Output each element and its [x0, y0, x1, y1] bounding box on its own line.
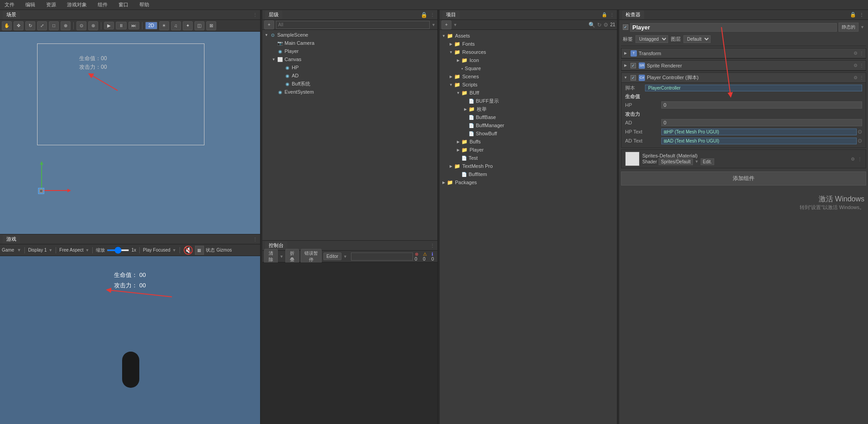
hierarchy-item-player[interactable]: ◉ Player	[262, 47, 437, 55]
static-dropdown[interactable]: ▼	[860, 25, 864, 29]
object-active-checkbox[interactable]: ✓	[623, 24, 628, 30]
tag-select[interactable]: Untagged	[636, 35, 668, 43]
ad-text-select[interactable]: ⊙	[858, 138, 862, 144]
lighting-btn[interactable]: ☀	[159, 21, 169, 30]
hierarchy-item-maincamera[interactable]: 📷 Main Camera	[262, 39, 437, 47]
hierarchy-item-canvas[interactable]: ▼ ⬜ Canvas	[262, 55, 437, 63]
move-tool-btn[interactable]: ✥	[14, 21, 24, 30]
menu-edit[interactable]: 编辑	[23, 1, 38, 8]
sr-settings[interactable]: ⚙	[854, 63, 858, 68]
hierarchy-item-hp[interactable]: ◉ HP	[262, 63, 437, 71]
menu-file[interactable]: 文件	[2, 1, 17, 8]
sr-active[interactable]: ✓	[631, 63, 636, 68]
proj-showbuff[interactable]: 📄 ShowBuff	[440, 129, 617, 138]
shader-dropdown[interactable]: ▼	[695, 159, 699, 164]
transform-expand[interactable]: ▶	[623, 51, 628, 56]
gizmos-scene-btn[interactable]: ⊠	[206, 21, 216, 30]
display-arrow[interactable]: ▼	[48, 248, 52, 252]
game-dropdown-arrow[interactable]: ▼	[17, 248, 21, 252]
game-panel-menu[interactable]: ⋮	[253, 237, 257, 242]
pc-expand[interactable]: ▼	[623, 76, 628, 80]
material-dots[interactable]: ⋮	[858, 157, 862, 162]
add-component-button[interactable]: 添加组件	[621, 172, 866, 186]
proj-scripts[interactable]: ▼ 📁 Scripts	[440, 81, 617, 89]
proj-buffbase[interactable]: 📄 BuffBase	[440, 113, 617, 121]
hp-text-select[interactable]: ⊙	[858, 129, 862, 135]
inspector-tab[interactable]: 检查器	[622, 10, 644, 19]
hierarchy-lock[interactable]: 🔒	[421, 12, 427, 18]
project-settings-icon[interactable]: ⚙	[603, 22, 608, 28]
mute-btn[interactable]: 🔇	[183, 245, 193, 255]
sprite-renderer-header[interactable]: ▶ ✓ SR Sprite Renderer ⚙ ⋮	[621, 61, 866, 71]
layer-select[interactable]: Default	[683, 35, 711, 43]
play-btn[interactable]: ▶	[104, 22, 114, 29]
editor-dropdown[interactable]: ▼	[343, 254, 347, 259]
scene-tab[interactable]: 场景	[3, 10, 20, 19]
proj-packages[interactable]: ▶ 📁 Packages	[440, 178, 617, 186]
inspector-lock[interactable]: 🔒	[850, 12, 856, 18]
hierarchy-item-eventsystem[interactable]: ◉ EventSystem	[262, 88, 437, 96]
hierarchy-tab[interactable]: 层级	[265, 10, 282, 19]
proj-test[interactable]: 📄 Test	[440, 154, 617, 162]
inspector-menu[interactable]: ⋮	[858, 11, 865, 19]
error-pause-btn[interactable]: 错误暂停	[301, 249, 322, 264]
script-ref[interactable]: PlayerController	[645, 85, 862, 91]
menu-help[interactable]: 帮助	[137, 1, 152, 8]
play-mode-arrow[interactable]: ▼	[172, 248, 176, 252]
proj-textmesh[interactable]: ▶ 📁 TextMesh Pro	[440, 162, 617, 170]
expand-arrow[interactable]: ▼	[271, 57, 276, 62]
project-refresh-icon[interactable]: ↻	[597, 22, 602, 28]
project-lock[interactable]: 🔒	[602, 12, 607, 17]
game-tab[interactable]: 游戏	[3, 235, 20, 243]
hierarchy-menu[interactable]: ⋮	[430, 12, 435, 17]
console-panel-menu[interactable]: ⋮	[430, 243, 435, 248]
shader-value[interactable]: Sprites/Default	[659, 158, 693, 165]
scale-tool-btn[interactable]: ⤢	[37, 21, 47, 30]
expand-arrow[interactable]: ▼	[264, 33, 269, 37]
console-search[interactable]	[351, 252, 413, 261]
pc-header[interactable]: ▼ ✓ C# Player Controller (脚本) ⚙ ⋮	[621, 73, 866, 83]
fx-btn[interactable]: ✦	[183, 21, 193, 30]
proj-buff[interactable]: ▼ 📁 BUff	[440, 89, 617, 97]
project-tab[interactable]: 项目	[442, 10, 460, 19]
scale-slider[interactable]	[107, 249, 129, 251]
scene-content[interactable]: 生命值：00 攻击力：00	[0, 32, 260, 234]
menu-assets[interactable]: 资源	[43, 1, 59, 8]
collapse-btn[interactable]: 折叠	[285, 249, 299, 264]
global-btn[interactable]: ⊛	[88, 21, 98, 30]
clear-btn[interactable]: 清除	[264, 249, 278, 264]
console-content[interactable]	[262, 262, 437, 424]
transform-settings[interactable]: ⚙	[854, 51, 858, 56]
material-settings[interactable]: ⚙	[851, 157, 855, 162]
project-add-arrow[interactable]: ▼	[453, 23, 457, 27]
pc-active[interactable]: ✓	[631, 75, 636, 81]
pause-btn[interactable]: ⏸	[116, 22, 127, 29]
rotate-tool-btn[interactable]: ↻	[25, 21, 35, 30]
menu-gameobject[interactable]: 游戏对象	[64, 1, 90, 8]
hierarchy-search-arrow[interactable]: ▼	[432, 23, 436, 27]
sr-expand[interactable]: ▶	[623, 63, 628, 68]
stats-grid-btn[interactable]: ▦	[195, 246, 204, 255]
hierarchy-search[interactable]	[276, 21, 430, 29]
proj-player-scripts[interactable]: ▶ 📁 Player	[440, 146, 617, 154]
hierarchy-item-buff[interactable]: ◉ Buff系统	[262, 80, 437, 88]
clear-dropdown[interactable]: ▼	[280, 254, 284, 259]
aspect-arrow[interactable]: ▼	[85, 248, 90, 252]
audio-btn[interactable]: ♫	[171, 21, 181, 30]
project-menu[interactable]: ⋮	[610, 12, 614, 17]
rect-tool-btn[interactable]: □	[49, 21, 59, 30]
project-add-btn[interactable]: +	[441, 20, 451, 29]
pivot-btn[interactable]: ⊙	[76, 21, 86, 30]
editor-btn[interactable]: Editor	[323, 252, 342, 260]
proj-resources[interactable]: ▼ 📁 Resources	[440, 48, 617, 56]
project-search-icon[interactable]: 🔍	[588, 22, 595, 28]
transform-dots[interactable]: ⋮	[859, 51, 864, 56]
ad-text-ref[interactable]: ⊞AD (Text Mesh Pro UGUI)	[661, 138, 857, 144]
proj-square[interactable]: ▪ Square	[440, 64, 617, 72]
menu-window[interactable]: 窗口	[116, 1, 131, 8]
proj-enum[interactable]: ▶ 📁 枚举	[440, 105, 617, 113]
proj-fonts[interactable]: ▶ 📁 Fonts	[440, 40, 617, 48]
game-content[interactable]: 生命值： 00 攻击力： 00	[0, 256, 260, 424]
shader-edit-btn[interactable]: Edit.	[701, 158, 714, 165]
pc-settings[interactable]: ⚙	[854, 75, 858, 80]
